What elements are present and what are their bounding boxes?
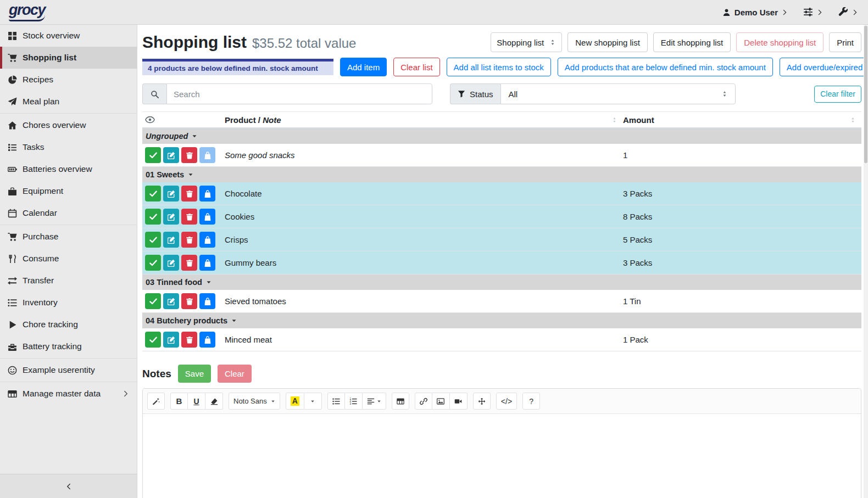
status-select[interactable]: All	[500, 83, 736, 104]
insert-video-button[interactable]	[450, 393, 468, 410]
insert-link-button[interactable]	[415, 393, 432, 410]
sidebar-collapse-button[interactable]	[0, 474, 137, 498]
row-delete-button[interactable]	[181, 147, 197, 163]
sidebar-item-recipes[interactable]: Recipes	[0, 69, 137, 91]
ordered-list-button[interactable]	[345, 393, 363, 410]
row-purchase-button[interactable]	[199, 293, 215, 309]
row-edit-button[interactable]	[163, 332, 179, 348]
row-purchase-button[interactable]	[199, 255, 215, 271]
highlight-color-button[interactable]: A	[286, 393, 304, 410]
row-done-button[interactable]	[145, 186, 161, 202]
row-delete-button[interactable]	[181, 332, 197, 348]
sidebar-item-chore-tracking[interactable]: Chore tracking	[0, 314, 137, 335]
settings-menu[interactable]	[803, 7, 823, 17]
bold-button[interactable]: B	[170, 393, 188, 410]
min-stock-banner[interactable]: 4 products are below defined min. stock …	[142, 59, 333, 75]
clear-list-button[interactable]: Clear list	[393, 58, 439, 76]
underline-button[interactable]: U	[188, 393, 205, 410]
sidebar-item-consume[interactable]: Consume	[0, 248, 137, 270]
font-family-select[interactable]: Noto Sans	[229, 393, 280, 410]
product-column-header[interactable]: Product /	[225, 115, 260, 125]
sidebar-item-batteries-overview[interactable]: Batteries overview	[0, 158, 137, 180]
edit-icon	[168, 213, 175, 221]
clear-formatting-button[interactable]	[205, 393, 223, 410]
row-delete-button[interactable]	[181, 232, 197, 248]
magic-style-button[interactable]	[147, 393, 165, 410]
row-edit-button[interactable]	[163, 209, 179, 225]
help-button[interactable]: ?	[522, 393, 540, 410]
note-column-header[interactable]: Note	[263, 115, 281, 125]
row-done-button[interactable]	[145, 209, 161, 225]
notes-save-button[interactable]: Save	[178, 365, 211, 383]
add-overdue-button[interactable]: Add overdue/expired products	[780, 58, 868, 76]
row-done-button[interactable]	[145, 255, 161, 271]
sidebar-item-shopping-list[interactable]: Shopping list	[0, 47, 137, 69]
row-edit-button[interactable]	[163, 147, 179, 163]
user-menu[interactable]: Demo User	[722, 8, 788, 17]
notes-clear-button[interactable]: Clear	[218, 365, 252, 383]
add-item-button[interactable]: Add item	[340, 58, 387, 76]
row-delete-button[interactable]	[181, 209, 197, 225]
unordered-list-button[interactable]	[327, 393, 345, 410]
sidebar-item-battery-tracking[interactable]: Battery tracking	[0, 335, 137, 357]
eye-icon[interactable]	[145, 115, 155, 125]
sidebar-item-meal-plan[interactable]: Meal plan	[0, 91, 137, 113]
row-done-button[interactable]	[145, 332, 161, 348]
group-header-sweets[interactable]: 01 Sweets	[142, 167, 861, 182]
shopping-list-select[interactable]: Shopping list	[491, 32, 562, 52]
sidebar-item-stock-overview[interactable]: Stock overview	[0, 25, 137, 47]
row-done-button[interactable]	[145, 293, 161, 309]
sidebar-item-chores-overview[interactable]: Chores overview	[0, 114, 137, 136]
check-icon	[149, 336, 157, 344]
row-done-button[interactable]	[145, 147, 161, 163]
amount-column-header[interactable]: Amount	[623, 115, 654, 125]
row-delete-button[interactable]	[181, 186, 197, 202]
sidebar-item-manage-master-data[interactable]: Manage master data	[0, 383, 137, 405]
print-button[interactable]: Print	[829, 32, 861, 52]
row-delete-button[interactable]	[181, 293, 197, 309]
search-input[interactable]	[166, 83, 432, 104]
chevron-right-icon	[852, 9, 858, 15]
sort-icon[interactable]	[850, 117, 856, 123]
row-purchase-button[interactable]	[199, 186, 215, 202]
sidebar-item-tasks[interactable]: Tasks	[0, 136, 137, 158]
sidebar-item-example-userentity[interactable]: Example userentity	[0, 359, 137, 381]
code-view-button[interactable]: </>	[496, 393, 517, 410]
row-purchase-button[interactable]	[199, 147, 215, 163]
fullscreen-button[interactable]	[473, 393, 491, 410]
row-done-button[interactable]	[145, 232, 161, 248]
row-edit-button[interactable]	[163, 255, 179, 271]
sidebar-item-calendar[interactable]: Calendar	[0, 202, 137, 224]
row-edit-button[interactable]	[163, 186, 179, 202]
row-edit-button[interactable]	[163, 232, 179, 248]
scrollbar-thumb[interactable]	[864, 26, 867, 163]
sidebar-item-purchase[interactable]: Purchase	[0, 226, 137, 248]
group-header-butchery[interactable]: 04 Butchery products	[142, 313, 861, 328]
sidebar-item-transfer[interactable]: Transfer	[0, 270, 137, 292]
ordered-list-icon	[349, 398, 357, 405]
highlight-color-dropdown[interactable]	[304, 393, 322, 410]
delete-shopping-list-button[interactable]: Delete shopping list	[736, 32, 824, 52]
check-icon	[149, 259, 157, 267]
insert-table-button[interactable]	[392, 393, 409, 410]
notes-editor-area[interactable]	[143, 414, 861, 498]
row-edit-button[interactable]	[163, 293, 179, 309]
new-shopping-list-button[interactable]: New shopping list	[567, 32, 648, 52]
row-delete-button[interactable]	[181, 255, 197, 271]
sidebar-item-inventory[interactable]: Inventory	[0, 292, 137, 314]
edit-shopping-list-button[interactable]: Edit shopping list	[653, 32, 731, 52]
sort-icon[interactable]	[611, 117, 617, 123]
add-all-to-stock-button[interactable]: Add all list items to stock	[447, 58, 551, 76]
clear-filter-button[interactable]: Clear filter	[814, 86, 861, 103]
row-purchase-button[interactable]	[199, 209, 215, 225]
group-header-ungrouped[interactable]: Ungrouped	[142, 128, 861, 144]
row-purchase-button[interactable]	[199, 332, 215, 348]
row-purchase-button[interactable]	[199, 232, 215, 248]
paragraph-button[interactable]	[363, 393, 386, 410]
insert-picture-button[interactable]	[432, 393, 450, 410]
add-below-min-button[interactable]: Add products that are below defined min.…	[558, 58, 773, 76]
admin-menu[interactable]	[838, 7, 858, 17]
group-header-tinned-food[interactable]: 03 Tinned food	[142, 275, 861, 290]
vertical-scrollbar[interactable]	[864, 25, 868, 498]
sidebar-item-equipment[interactable]: Equipment	[0, 180, 137, 202]
